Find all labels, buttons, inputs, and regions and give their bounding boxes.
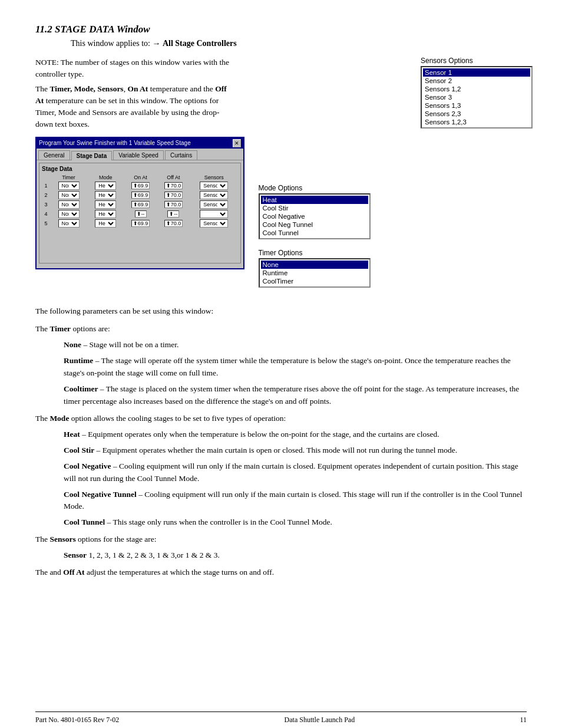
offat-1[interactable]: ⬆70.0 [164, 182, 183, 189]
sensor-option-1[interactable]: Sensor 1 [423, 68, 530, 77]
onat-5[interactable]: ⬆69.9 [131, 220, 150, 227]
timer-runtime-label: Runtime [64, 356, 93, 365]
mode-heading: Mode [49, 414, 69, 423]
sensor-select-3[interactable]: Sensor 1 [200, 200, 228, 209]
timer-select-4[interactable]: None [58, 210, 80, 218]
sensor-option-7[interactable]: Sensors 1,2,3 [423, 118, 530, 126]
timer-select-3[interactable]: None [58, 200, 80, 209]
mode-select-1[interactable]: Heat [95, 182, 116, 190]
timer-select-1[interactable]: None [58, 182, 80, 190]
col-mode: Mode [87, 174, 124, 181]
mode-section: The Mode option allows the cooling stage… [35, 413, 527, 529]
col-num [42, 174, 50, 181]
tab-stage-data[interactable]: Stage Data [71, 151, 113, 160]
section-title: 11.2 STAGE DATA Window [35, 24, 527, 35]
mode-option-coolnegtunnel[interactable]: Cool Neg Tunnel [261, 220, 368, 229]
sensor-select-2[interactable]: Sensor 1 [200, 191, 228, 199]
sensor-option-5[interactable]: Sensors 1,3 [423, 101, 530, 110]
sensors-detail: Sensor [64, 551, 87, 559]
sensor-option-2[interactable]: Sensor 2 [423, 77, 530, 85]
sensors-section: The Sensors options for the stage are: S… [35, 533, 527, 562]
close-button[interactable]: ✕ [233, 139, 241, 147]
mode-listbox[interactable]: Heat Cool Stir Cool Negative Cool Neg Tu… [259, 193, 371, 239]
mode-select-3[interactable]: Heat [95, 200, 116, 209]
mode-option-cooltunnel[interactable]: Cool Tunnel [261, 229, 368, 237]
tab-curtains[interactable]: Curtains [165, 150, 197, 160]
onat-4[interactable]: ⬆-- [135, 210, 147, 218]
sensor-option-3[interactable]: Sensors 1,2 [423, 85, 530, 93]
sensor-select-1[interactable]: Sensor 1 [200, 182, 228, 190]
table-row: 2 None Heat ⬆69.9 ⬆70.0 Sensor 1 [42, 190, 238, 200]
page: 11.2 STAGE DATA Window This window appli… [0, 0, 562, 728]
offat-4[interactable]: ⬆-- [167, 210, 179, 218]
timer-option-runtime[interactable]: Runtime [261, 269, 368, 277]
offat-2[interactable]: ⬆70.0 [164, 192, 183, 199]
sensors-options-panel: Sensors Options Sensor 1 Sensor 2 Sensor… [421, 57, 533, 129]
mode-option-coolstir[interactable]: Cool Stir [261, 204, 368, 212]
sensors-heading: Sensors [49, 535, 75, 543]
following-text: The following parameters can be set usin… [35, 305, 527, 318]
window-title: Program Your Swine Finisher with 1 Varia… [39, 140, 191, 146]
window-titlebar: Program Your Swine Finisher with 1 Varia… [37, 138, 243, 149]
arrow: → [152, 39, 163, 48]
mode-select-4[interactable]: Heat [95, 210, 116, 218]
sensors-listbox[interactable]: Sensor 1 Sensor 2 Sensors 1,2 Sensor 3 S… [421, 66, 533, 129]
sensor-option-6[interactable]: Sensors 2,3 [423, 110, 530, 118]
timer-select-2[interactable]: None [58, 191, 80, 199]
table-row: 3 None Heat ⬆69.9 ⬆70.0 Sensor 1 [42, 200, 238, 209]
mode-heat-label: Heat [64, 430, 80, 439]
group-label: Stage Data [42, 166, 238, 172]
footer-page: 11 [520, 716, 527, 724]
timer-select-5[interactable]: None [58, 219, 80, 228]
mode-select-2[interactable]: Heat [95, 191, 116, 199]
timer-section: The Timer options are: None – Stage will… [35, 323, 527, 408]
stage-table: Timer Mode On At Off At Sensors 1 [42, 174, 238, 228]
table-row: 4 None Heat ⬆-- ⬆-- [42, 209, 238, 219]
empty-space [42, 228, 238, 261]
col-sensors: Sensors [190, 174, 238, 181]
note-para1: NOTE: The number of stages on this windo… [35, 57, 236, 81]
timer-option-none[interactable]: None [261, 261, 368, 269]
row-num: 5 [42, 219, 50, 228]
mode-options-title: Mode Options [259, 184, 371, 192]
row-num: 4 [42, 209, 50, 219]
tab-variable-speed[interactable]: Variable Speed [113, 150, 164, 160]
col-onat: On At [124, 174, 157, 181]
row-num: 2 [42, 190, 50, 200]
mode-option-heat[interactable]: Heat [261, 196, 368, 204]
onat-3[interactable]: ⬆69.9 [131, 201, 150, 208]
table-row: 1 None Heat ⬆69.9 ⬆70.0 Sensor 1 [42, 181, 238, 190]
timer-heading: Timer [49, 324, 71, 333]
note-para2: The Timer, Mode, Sensors, On At temperat… [35, 83, 236, 131]
offat-5[interactable]: ⬆70.0 [164, 220, 183, 227]
stage-data-group: Stage Data Timer Mode On At Off At Senso… [39, 163, 241, 263]
footer-title: Data Shuttle Launch Pad [285, 716, 355, 724]
tab-bar: General Stage Data Variable Speed Curtai… [37, 149, 243, 160]
timer-options-panel: Timer Options None Runtime CoolTimer [259, 249, 371, 288]
timer-listbox[interactable]: None Runtime CoolTimer [259, 258, 371, 288]
tab-general[interactable]: General [38, 150, 70, 160]
footer-partno: Part No. 4801-0165 Rev 7-02 [35, 716, 119, 724]
col-offat: Off At [157, 174, 190, 181]
offat-3[interactable]: ⬆70.0 [164, 201, 183, 208]
mode-coolneg-label: Cool Negative [64, 462, 111, 470]
mode-coolnegtunnel-label: Cool Negative Tunnel [64, 490, 137, 499]
window-body: Stage Data Timer Mode On At Off At Senso… [37, 160, 243, 268]
timer-cooltimer-label: Cooltimer [64, 384, 98, 393]
mode-options-panel: Mode Options Heat Cool Stir Cool Negativ… [259, 184, 371, 239]
offat-label: Off At [63, 568, 84, 577]
mode-cooltunnel-label: Cool Tunnel [64, 518, 105, 526]
mode-option-coolneg[interactable]: Cool Negative [261, 212, 368, 220]
onat-1[interactable]: ⬆69.9 [131, 182, 150, 189]
sensor-select-5[interactable]: Sensor 1 [200, 219, 228, 228]
sensors-options-title: Sensors Options [421, 57, 533, 65]
timer-option-cooltimer[interactable]: CoolTimer [261, 277, 368, 285]
col-timer: Timer [50, 174, 87, 181]
sensor-option-4[interactable]: Sensor 3 [423, 93, 530, 101]
row-num: 3 [42, 200, 50, 209]
sensor-select-4[interactable] [200, 210, 228, 218]
stage-data-window: Program Your Swine Finisher with 1 Varia… [35, 137, 244, 269]
mode-select-5[interactable]: Heat [95, 219, 116, 228]
timer-none-label: None [64, 340, 81, 349]
onat-2[interactable]: ⬆69.9 [131, 192, 150, 199]
